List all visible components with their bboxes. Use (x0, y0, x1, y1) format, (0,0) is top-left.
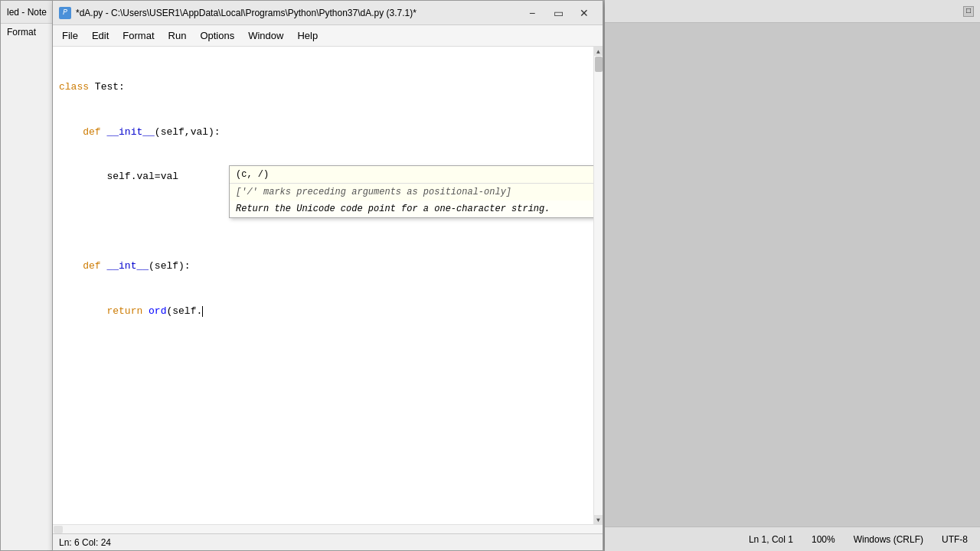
sys-line-col: Ln 1, Col 1 (749, 534, 793, 545)
notepad-bg-title: led - Note (1, 1, 53, 24)
desktop-background: □ (605, 0, 980, 551)
code-line-2: def __init__(self,val): (59, 125, 587, 140)
minimize-button[interactable]: − (520, 5, 544, 21)
title-bar: P *dA.py - C:\Users\USER1\AppData\Local\… (53, 1, 603, 25)
python-icon: P (59, 7, 71, 19)
title-bar-controls: − ▭ ✕ (520, 5, 596, 21)
scrollbar-horizontal[interactable] (53, 524, 603, 533)
title-bar-left: P *dA.py - C:\Users\USER1\AppData\Local\… (59, 7, 416, 19)
cursor-position: Ln: 6 Col: 24 (59, 537, 111, 548)
popup-hint: ['/' marks preceding arguments as positi… (230, 184, 593, 201)
code-line-5: def __int__(self): (59, 259, 587, 274)
scroll-down-arrow[interactable]: ▼ (594, 515, 603, 524)
notepad-bg-window: led - Note Format (0, 0, 54, 551)
menu-window[interactable]: Window (242, 28, 289, 44)
sys-line-ending: Windows (CRLF) (854, 534, 923, 545)
menu-help[interactable]: Help (291, 28, 324, 44)
scroll-thumb[interactable] (595, 57, 603, 72)
window-controls: □ (963, 6, 974, 17)
status-bar: Ln: 6 Col: 24 (53, 533, 603, 550)
editor-content[interactable]: class Test: def __init__(self,val): self… (53, 47, 593, 524)
menu-format[interactable]: Format (116, 28, 160, 44)
menu-edit[interactable]: Edit (86, 28, 115, 44)
maximize-button[interactable]: ▭ (546, 5, 570, 21)
editor-container: class Test: def __init__(self,val): self… (53, 47, 603, 524)
close-button[interactable]: ✕ (572, 5, 596, 21)
menu-options[interactable]: Options (194, 28, 240, 44)
ide-window: P *dA.py - C:\Users\USER1\AppData\Local\… (52, 0, 603, 551)
window-title: *dA.py - C:\Users\USER1\AppData\Local\Pr… (76, 8, 416, 18)
menu-run[interactable]: Run (162, 28, 193, 44)
popup-signature: (c, /) (230, 166, 593, 184)
taskbar-top: □ (605, 0, 980, 23)
restore-btn[interactable]: □ (963, 6, 974, 17)
scroll-up-arrow[interactable]: ▲ (594, 47, 603, 56)
code-line-1: class Test: (59, 80, 587, 95)
notepad-bg-menu: Format (1, 24, 53, 41)
sys-zoom: 100% (812, 534, 835, 545)
system-tray: Ln 1, Col 1 100% Windows (CRLF) UTF-8 (605, 527, 980, 551)
autocomplete-popup: (c, /) ['/' marks preceding arguments as… (229, 165, 593, 218)
menu-file[interactable]: File (56, 28, 84, 44)
scrollbar-vertical[interactable]: ▲ ▼ (593, 47, 603, 524)
popup-description: Return the Unicode code point for a one-… (230, 201, 593, 217)
sys-encoding: UTF-8 (942, 534, 968, 545)
code-line-6: return ord(self. (59, 304, 587, 319)
menu-bar: File Edit Format Run Options Window Help (53, 25, 603, 47)
